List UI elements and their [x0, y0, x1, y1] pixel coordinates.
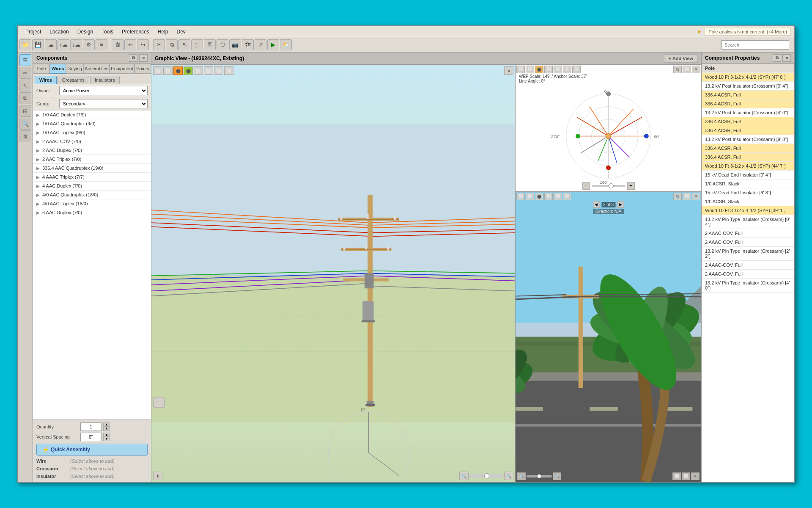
cp-item-6[interactable]: 336.4 ACSR, Full [702, 126, 794, 135]
photo-btn-4[interactable]: ⬜ [544, 193, 553, 200]
search-input[interactable] [721, 40, 789, 50]
wire-item-8[interactable]: ▶ 4 AAC Duplex (7/0) [33, 182, 151, 190]
menu-item-preferences[interactable]: Preferences [118, 28, 154, 36]
quantity-down[interactable]: ▼ [103, 427, 110, 431]
photo-zoom-slider[interactable] [527, 475, 552, 478]
pole-analysis-text[interactable]: Pole analysis is not current. (+4 More) [705, 28, 791, 36]
polar-settings-btn[interactable]: ⬜ [683, 66, 691, 73]
cp-item-4[interactable]: 13.2 kV Post Insulator (Crossarm) [4' 0"… [702, 108, 794, 117]
cp-item-20[interactable]: 2 AAAC-COV, Full [702, 261, 794, 270]
cloud-run-button[interactable]: ⛅ [280, 39, 292, 50]
cp-item-14[interactable]: 1/0 ACSR, Slack [702, 197, 794, 206]
polar-btn-7[interactable]: ⬜ [572, 66, 581, 73]
view3d-nav-up[interactable]: ⬆ [153, 472, 162, 480]
view3d-zoom-slider[interactable] [469, 474, 503, 478]
photo-control-1[interactable]: ⬜ [672, 472, 681, 480]
polar-expand-btn[interactable]: ⧉ [673, 66, 682, 73]
cp-expand-btn[interactable]: ⧉ [773, 54, 781, 62]
cp-item-0[interactable]: Wood 10 Ft 3-1/2 x 4-1/2 (SYP) [47' 8"] [702, 73, 794, 82]
photo-settings-btn[interactable]: ⬜ [683, 193, 691, 200]
view3d-zoom-handle[interactable] [484, 473, 489, 478]
delete-button[interactable]: 🗑 [112, 39, 123, 50]
wire-item-0[interactable]: ▶ 1/0 AAC Duplex (7/0) [33, 110, 151, 119]
vertical-spacing-up[interactable]: ▲ [103, 433, 110, 437]
undo-button[interactable]: ↩ [124, 39, 136, 50]
quantity-input[interactable] [80, 422, 102, 431]
tab-points[interactable]: Points [134, 64, 151, 74]
cp-item-21[interactable]: 2 AAAC-COV, Full [702, 270, 794, 279]
open-button[interactable]: 📁 [19, 39, 31, 50]
polar-zoom-slider[interactable] [592, 185, 625, 187]
photo-btn-3[interactable]: ⬤ [535, 193, 543, 200]
cp-close-btn[interactable]: ✕ [782, 54, 791, 62]
cp-item-9[interactable]: 336.4 ACSR, Full [702, 153, 794, 162]
cp-item-3[interactable]: 336.4 ACSR, Full [702, 99, 794, 108]
cp-item-12[interactable]: 1/0 ACSR, Slack [702, 179, 794, 188]
cp-item-8[interactable]: 336.4 ACSR, Full [702, 144, 794, 153]
cp-item-18[interactable]: 2 AAAC-COV, Full [702, 238, 794, 247]
photo-next-btn[interactable]: ▶ [617, 201, 624, 208]
wire-item-10[interactable]: ▶ 4/0 AAC Triplex (18/0) [33, 199, 151, 208]
cp-item-16[interactable]: 13.2 kV Pin Type Insulator (Crossarm) [0… [702, 215, 794, 229]
cp-item-13[interactable]: 15 kV Dead End Insulator [9' 8"] [702, 188, 794, 197]
panel-expand-button[interactable]: ⧉ [129, 54, 137, 62]
settings-button[interactable]: ⚙ [83, 39, 95, 50]
polar-btn-6[interactable]: ⬜ [563, 66, 571, 73]
polar-zoom-handle[interactable] [609, 183, 614, 188]
cp-item-2[interactable]: 336.4 ACSR, Full [702, 91, 794, 99]
sidebar-grid-icon[interactable]: ⊞ [19, 105, 31, 117]
cloud-button[interactable]: ☁ [45, 39, 57, 50]
cp-item-17[interactable]: 2 AAAC-COV, Full [702, 229, 794, 238]
sub-tab-wires[interactable]: Wires [35, 76, 57, 84]
wire-item-9[interactable]: ▶ 4/0 AAC Quadruplex (18/0) [33, 190, 151, 199]
vertical-spacing-down[interactable]: ▼ [103, 437, 110, 441]
polar-zoom-out[interactable]: − [582, 182, 590, 190]
photo-btn-6[interactable]: ⬜ [563, 193, 571, 200]
photo-button[interactable]: 📷 [229, 39, 241, 50]
sidebar-settings-icon[interactable]: ⚙ [19, 130, 31, 142]
view3d-zoom-in[interactable]: 🔍 [504, 472, 513, 480]
cp-item-15[interactable]: Wood 10 Ft 3-1/2 x 4-1/2 (SYP) [39' 1"] [702, 206, 794, 215]
sidebar-layers-icon[interactable]: ⧉ [19, 92, 31, 104]
wire-item-3[interactable]: ▶ 2 AAAC-COV (7/0) [33, 137, 151, 146]
sidebar-components-icon[interactable]: ☰ [19, 54, 31, 66]
menu-item-location[interactable]: Location [45, 28, 73, 36]
run-button[interactable]: ▶ [267, 39, 279, 50]
cp-item-19[interactable]: 13.2 kV Pin Type Insulator (Crossarm) [2… [702, 247, 794, 261]
cut-button[interactable]: ✂ [153, 39, 165, 50]
sub-tab-crossarms[interactable]: Crossarms [58, 76, 89, 84]
group-select[interactable]: Secondary [59, 99, 148, 108]
cloud3-button[interactable]: ↓☁ [70, 39, 82, 50]
photo-control-2[interactable]: ⬜ [682, 472, 690, 480]
photo-btn-5[interactable]: ⬜ [554, 193, 562, 200]
list-button[interactable]: ≡ [96, 39, 107, 50]
photo-control-3[interactable]: ✏ [691, 472, 700, 480]
menu-item-dev[interactable]: Dev [173, 28, 190, 36]
photo-zoom-icon[interactable]: 🔍 [517, 472, 526, 480]
polar-close-btn[interactable]: ✕ [692, 66, 700, 73]
photo-zoom-handle[interactable] [537, 474, 541, 478]
view3d-zoom-icon[interactable]: 🔍 [459, 472, 469, 480]
cp-item-22[interactable]: 13.2 kV Pin Type Insulator (Crossarm) [4… [702, 279, 794, 293]
vertical-spacing-input[interactable] [80, 433, 102, 441]
move-button[interactable]: ⇱ [204, 39, 216, 50]
save-button[interactable]: 💾 [32, 39, 44, 50]
cp-item-10[interactable]: Wood 10 Ft 3-1/2 x 4-1/2 (SYP) [44' 7"] [702, 162, 794, 171]
wire-item-7[interactable]: ▶ 4 AAAC Triplex (7/7) [33, 173, 151, 182]
cp-item-11[interactable]: 15 kV Dead End Insulator [0' 4"] [702, 171, 794, 179]
sidebar-pencil-icon[interactable]: ✏ [19, 67, 31, 79]
wire-item-2[interactable]: ▶ 1/0 AAC Triplex (9/0) [33, 128, 151, 137]
wire-item-1[interactable]: ▶ 1/0 AAC Quadruplex (9/0) [33, 119, 151, 128]
photo-expand-btn[interactable]: ⧉ [673, 193, 682, 200]
sidebar-zoom-icon[interactable]: 🔍 [19, 118, 31, 130]
polar-btn-2[interactable]: ⬜ [526, 66, 534, 73]
quantity-up[interactable]: ▲ [103, 422, 110, 427]
wire-item-4[interactable]: ▶ 2 AAC Duplex (7/0) [33, 146, 151, 155]
map-button[interactable]: 🗺 [242, 39, 254, 50]
owner-select[interactable]: Acme Power [59, 86, 148, 95]
quick-assembly-button[interactable]: ⚡ Quick Assembly [36, 444, 148, 456]
select-button[interactable]: ↖ [178, 39, 190, 50]
wire-item-6[interactable]: ▶ 336.4 AAC Quadruplex (19/0) [33, 164, 151, 173]
menu-item-design[interactable]: Design [73, 28, 97, 36]
tab-wires[interactable]: Wires [49, 64, 66, 74]
